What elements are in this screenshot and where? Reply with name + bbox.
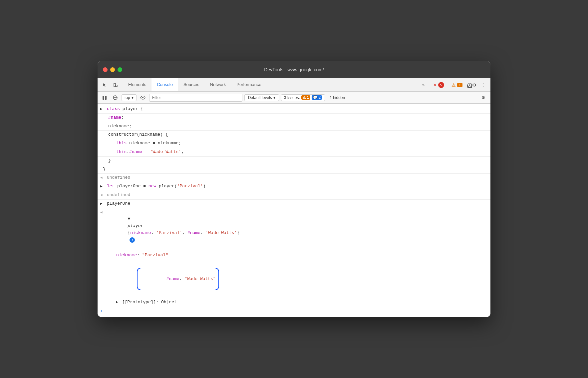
settings-button[interactable]: ⚙	[467, 80, 476, 90]
code-line-this-nick: this.nickname = nickname;	[98, 139, 490, 148]
tab-performance[interactable]: Performance	[231, 78, 266, 91]
svg-point-7	[142, 97, 144, 98]
chevron-down-icon: ▾	[132, 95, 134, 100]
issues-button[interactable]: 3 Issues: ⚠ 1 💬 2	[281, 94, 325, 101]
console-settings-button[interactable]: ⚙	[479, 93, 488, 102]
minimize-button[interactable]	[110, 67, 115, 72]
tab-bar-left-tools	[100, 78, 120, 91]
more-options-button[interactable]: ⋮	[478, 80, 488, 90]
proto-expand-arrow[interactable]: ▶	[116, 300, 121, 304]
output-line-object: ◀ ▼ player {nickname: 'Parzival', #name:…	[98, 208, 490, 252]
input-line-2: ▶ let playerOne = new player('Parzival')	[98, 182, 490, 191]
issues-chat-badge: 💬 2	[312, 95, 322, 100]
property-name-highlighted: #name: "Wade Watts"	[98, 260, 490, 298]
select-tool-button[interactable]	[100, 80, 110, 90]
tabs-list: Elements Console Sources Network Perform…	[123, 78, 419, 91]
console-output: ▶ class player { #name; nickname; constr…	[98, 104, 490, 317]
output-line-undefined-2: ◀ undefined	[98, 191, 490, 200]
devtools-window: DevTools - www.google.com/ Elements	[98, 61, 490, 317]
highlighted-property: #name: "Wade Watts"	[137, 268, 219, 290]
window-title: DevTools - www.google.com/	[264, 67, 324, 72]
code-line-nickname: nickname;	[98, 122, 490, 131]
error-badge: 5	[438, 82, 444, 88]
hidden-button[interactable]: 1 hidden	[327, 95, 348, 101]
expand-arrow-2[interactable]: ▶	[100, 184, 105, 188]
code-line-close-brace-2: }	[98, 165, 490, 174]
output-line-undefined-1: ◀ undefined	[98, 174, 490, 182]
output-arrow-2: ◀	[100, 193, 105, 197]
traffic-lights	[103, 67, 122, 72]
property-nickname: nickname: "Parzival"	[98, 251, 490, 260]
code-line-constructor: constructor(nickname) {	[98, 131, 490, 139]
input-line-3: ▶ playerOne	[98, 200, 490, 208]
output-arrow-1: ◀	[100, 175, 105, 180]
tab-bar-right-tools: » ✕ 5 ⚠ 1 ⚙ ⋮	[419, 78, 488, 91]
console-toolbar: top ▾ Default levels ▾ 3 Issues: ⚠ 1 💬 2…	[98, 92, 490, 104]
svg-rect-4	[105, 96, 107, 100]
svg-rect-2	[114, 85, 116, 87]
context-dropdown[interactable]: top ▾	[122, 94, 137, 101]
issues-warn-badge: ⚠ 1	[301, 95, 310, 100]
collapse-triangle[interactable]: ▼	[128, 216, 130, 221]
filter-input[interactable]	[149, 94, 242, 102]
svg-rect-3	[103, 96, 104, 100]
clear-button[interactable]	[111, 93, 120, 102]
chevron-down-icon: ▾	[273, 95, 275, 100]
warn-badge: 1	[457, 83, 462, 87]
inspect-tool-button[interactable]	[111, 80, 120, 90]
tab-sources[interactable]: Sources	[178, 78, 205, 91]
code-line-this-name: this.#name = 'Wade Watts';	[98, 148, 490, 157]
property-prototype: ▶ [[Prototype]]: Object	[98, 298, 490, 307]
warning-count-button[interactable]: ⚠ 1	[449, 82, 465, 88]
tab-console[interactable]: Console	[151, 78, 178, 91]
title-bar: DevTools - www.google.com/	[98, 61, 490, 78]
console-prompt-line[interactable]: ›	[98, 307, 490, 316]
eye-button[interactable]	[139, 93, 147, 102]
info-icon[interactable]: i	[130, 237, 135, 243]
maximize-button[interactable]	[118, 67, 122, 72]
more-tabs-button[interactable]: »	[419, 80, 428, 90]
close-button[interactable]	[103, 67, 108, 72]
error-count-button[interactable]: ✕ 5	[430, 81, 447, 89]
code-line-name: #name;	[98, 114, 490, 122]
expand-arrow-3[interactable]: ▶	[100, 201, 105, 206]
default-levels-dropdown[interactable]: Default levels ▾	[244, 94, 279, 101]
input-line-1: ▶ class player {	[98, 105, 490, 114]
prompt-icon: ›	[100, 309, 103, 314]
tab-bar: Elements Console Sources Network Perform…	[98, 78, 490, 92]
tab-network[interactable]: Network	[205, 78, 231, 91]
output-arrow-3: ◀	[100, 210, 105, 214]
run-button[interactable]	[100, 93, 109, 102]
tab-elements[interactable]: Elements	[123, 78, 151, 91]
expand-arrow-1[interactable]: ▶	[100, 107, 105, 111]
code-line-close-brace-1: }	[98, 157, 490, 165]
